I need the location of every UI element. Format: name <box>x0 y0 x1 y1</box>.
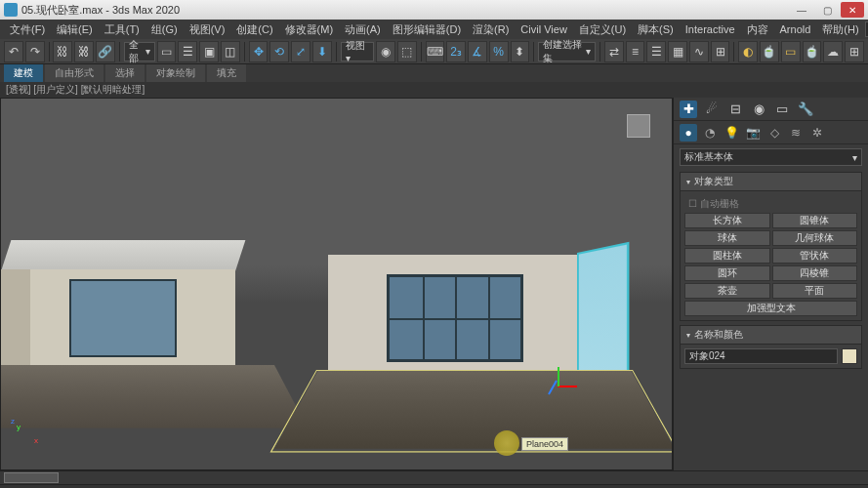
keymode-icon[interactable]: ⌨ <box>426 41 445 62</box>
prim-cylinder[interactable]: 圆柱体 <box>684 248 770 264</box>
menu-animation[interactable]: 动画(A) <box>339 20 387 39</box>
ribbon-tab-freeform[interactable]: 自由形式 <box>45 64 103 82</box>
mirror-icon[interactable]: ⇄ <box>604 41 624 62</box>
layers-icon[interactable]: ☰ <box>646 41 666 62</box>
cameras-cat-icon[interactable]: 📷 <box>744 124 762 142</box>
align-icon[interactable]: ≡ <box>626 41 645 62</box>
select-name-icon[interactable]: ☰ <box>178 41 197 62</box>
rollup-name-color[interactable]: 名称和颜色 <box>680 325 862 345</box>
curve-editor-icon[interactable]: ∿ <box>689 41 709 62</box>
pivot-icon[interactable]: ◉ <box>376 41 395 62</box>
manip-icon[interactable]: ⬚ <box>397 41 417 62</box>
menu-script[interactable]: 脚本(S) <box>632 20 680 39</box>
prim-cone[interactable]: 圆锥体 <box>772 213 858 228</box>
select-icon[interactable]: ▭ <box>157 41 177 62</box>
rotate-icon[interactable]: ⟲ <box>269 41 289 62</box>
prim-sphere[interactable]: 球体 <box>684 230 770 246</box>
rollup-object-type[interactable]: 对象类型 <box>680 172 862 191</box>
hierarchy-panel-icon[interactable]: ⊟ <box>726 101 744 118</box>
prim-plane[interactable]: 平面 <box>772 283 858 299</box>
material-editor-icon[interactable]: ◐ <box>738 41 758 62</box>
render-online-icon[interactable]: ☁ <box>823 41 843 62</box>
ribbon-tab-modeling[interactable]: 建模 <box>4 64 43 82</box>
menu-group[interactable]: 组(G) <box>145 20 184 39</box>
link-icon[interactable]: ⛓ <box>53 41 72 62</box>
menu-content[interactable]: 内容 <box>741 20 774 39</box>
systems-cat-icon[interactable]: ✲ <box>808 124 826 142</box>
maximize-button[interactable]: ▢ <box>815 2 839 18</box>
menu-edit[interactable]: 编辑(E) <box>51 20 99 39</box>
menu-view[interactable]: 视图(V) <box>184 20 231 39</box>
angle-snap-icon[interactable]: ∡ <box>468 41 487 62</box>
app-icon <box>4 3 18 17</box>
ribbon-toggle-icon[interactable]: ▦ <box>668 41 687 62</box>
named-selection-dropdown[interactable]: 创建选择集 ▾ <box>538 42 596 61</box>
selection-filter-dropdown[interactable]: 全部 ▾ <box>124 42 155 61</box>
refcoord-dropdown[interactable]: 视图 ▾ <box>341 42 375 61</box>
autogrid-checkbox[interactable]: ☐ 自动栅格 <box>684 195 857 213</box>
lights-cat-icon[interactable]: 💡 <box>723 124 740 142</box>
render-setup-icon[interactable]: 🍵 <box>760 41 779 62</box>
window-crossing-icon[interactable]: ◫ <box>221 41 240 62</box>
minimize-button[interactable]: — <box>790 2 813 18</box>
undo-icon[interactable]: ↶ <box>4 41 23 62</box>
prim-tube[interactable]: 管状体 <box>772 248 858 264</box>
unlink-icon[interactable]: ⛓̸ <box>74 41 94 62</box>
schematic-icon[interactable]: ⊞ <box>711 41 730 62</box>
ribbon-tab-objpaint[interactable]: 对象绘制 <box>146 64 205 82</box>
menu-arnold[interactable]: Arnold <box>774 21 817 37</box>
display-panel-icon[interactable]: ▭ <box>773 101 791 118</box>
viewport[interactable]: Plane004 x y z <box>0 98 673 470</box>
prim-torus[interactable]: 圆环 <box>684 265 770 281</box>
prim-pyramid[interactable]: 四棱锥 <box>772 265 858 281</box>
menu-render[interactable]: 渲染(R) <box>467 20 515 39</box>
ribbon-tab-selection[interactable]: 选择 <box>105 64 145 82</box>
subcategory-dropdown[interactable]: 标准基本体▾ <box>680 148 862 166</box>
percent-snap-icon[interactable]: % <box>489 41 509 62</box>
menu-customize[interactable]: 自定义(U) <box>573 20 632 39</box>
menu-file[interactable]: 文件(F) <box>4 20 51 39</box>
object-color-swatch[interactable] <box>842 348 857 364</box>
prim-textplus[interactable]: 加强型文本 <box>684 301 857 316</box>
transform-gizmo[interactable] <box>548 372 577 401</box>
move-icon[interactable]: ✥ <box>249 41 269 62</box>
prim-geosphere[interactable]: 几何球体 <box>772 230 858 246</box>
menu-help[interactable]: 帮助(H) <box>816 20 864 39</box>
menu-interactive[interactable]: Interactive <box>680 21 741 37</box>
geometry-cat-icon[interactable]: ● <box>680 124 697 142</box>
object-name-input[interactable]: 对象024 <box>684 348 838 364</box>
menu-civilview[interactable]: Civil View <box>515 21 572 37</box>
time-slider[interactable] <box>0 470 868 484</box>
render-icon[interactable]: 🍵 <box>803 41 822 62</box>
motion-panel-icon[interactable]: ◉ <box>750 101 767 118</box>
viewcube[interactable] <box>621 108 656 143</box>
prim-box[interactable]: 长方体 <box>684 213 770 228</box>
menu-create[interactable]: 创建(C) <box>230 20 278 39</box>
place-icon[interactable]: ⬇ <box>312 41 332 62</box>
shapes-cat-icon[interactable]: ◔ <box>701 124 719 142</box>
open-autodesk-icon[interactable]: ⊞ <box>845 41 864 62</box>
search-input[interactable]: 🔍 <box>865 21 868 37</box>
time-slider-thumb[interactable] <box>4 472 59 483</box>
viewport-label: [透视] [用户定义] [默认明暗处理] <box>6 83 145 97</box>
scale-icon[interactable]: ⤢ <box>291 41 310 62</box>
modify-panel-icon[interactable]: ☄ <box>703 101 721 118</box>
close-button[interactable]: ✕ <box>841 2 864 18</box>
menu-grapheditor[interactable]: 图形编辑器(D) <box>387 20 467 39</box>
ribbon-tab-populate[interactable]: 填充 <box>207 64 246 82</box>
utilities-panel-icon[interactable]: 🔧 <box>797 101 814 118</box>
select-region-icon[interactable]: ▣ <box>199 41 219 62</box>
snap-toggle-icon[interactable]: 2₃ <box>446 41 466 62</box>
viewport-context-bar[interactable]: [透视] [用户定义] [默认明暗处理] <box>0 82 868 98</box>
spinner-snap-icon[interactable]: ⬍ <box>511 41 530 62</box>
helpers-cat-icon[interactable]: ◇ <box>765 124 783 142</box>
bind-icon[interactable]: 🔗 <box>96 41 115 62</box>
menu-modifiers[interactable]: 修改器(M) <box>279 20 340 39</box>
spacewarps-cat-icon[interactable]: ≋ <box>787 124 805 142</box>
prim-teapot[interactable]: 茶壶 <box>684 283 770 299</box>
redo-icon[interactable]: ↷ <box>25 41 45 62</box>
cursor-highlight <box>494 430 519 456</box>
create-panel-icon[interactable]: ✚ <box>680 101 697 118</box>
menu-tools[interactable]: 工具(T) <box>99 20 145 39</box>
render-frame-icon[interactable]: ▭ <box>781 41 801 62</box>
